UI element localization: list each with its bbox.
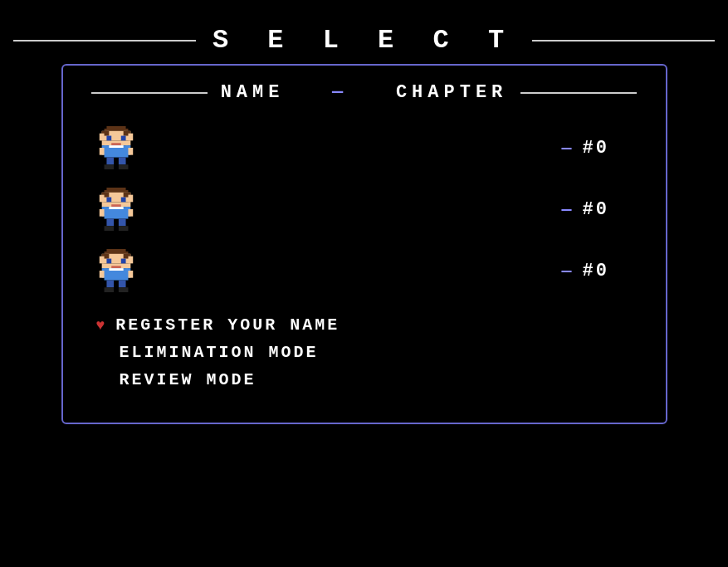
- panel-header-line-right: [520, 92, 637, 94]
- register-name-label: REGISTER YOUR NAME: [115, 315, 340, 335]
- svg-rect-9: [120, 136, 125, 141]
- svg-rect-6: [128, 134, 133, 141]
- svg-rect-22: [104, 190, 128, 193]
- svg-rect-14: [109, 145, 123, 148]
- svg-rect-27: [128, 195, 133, 203]
- svg-rect-31: [111, 204, 121, 207]
- character-sprite-1: [96, 126, 136, 169]
- svg-rect-26: [99, 195, 104, 203]
- title-line-right: [532, 40, 715, 42]
- svg-rect-60: [118, 281, 125, 288]
- svg-rect-37: [128, 209, 133, 217]
- svg-rect-17: [106, 158, 114, 165]
- slot-3-dash: —: [561, 262, 574, 281]
- slot-3-chapter: #0: [583, 261, 633, 281]
- svg-rect-57: [99, 271, 104, 278]
- svg-rect-41: [118, 226, 128, 231]
- svg-rect-30: [120, 198, 125, 203]
- chapter-label: CHAPTER: [396, 82, 507, 103]
- svg-rect-18: [118, 158, 125, 165]
- panel-name-label: NAME — CHAPTER: [208, 82, 521, 103]
- svg-rect-35: [109, 207, 123, 209]
- character-sprite-2: [96, 188, 136, 231]
- svg-rect-43: [104, 252, 128, 254]
- review-mode-label: REVIEW MODE: [120, 370, 257, 389]
- svg-rect-47: [99, 257, 104, 264]
- slot-2-chapter: #0: [583, 199, 633, 220]
- svg-rect-40: [104, 226, 114, 231]
- title-line-left: [13, 40, 196, 42]
- header-dash: —: [332, 82, 348, 103]
- svg-rect-61: [104, 287, 114, 292]
- slot-1-dash: —: [561, 139, 574, 158]
- main-panel: NAME — CHAPTER: [61, 64, 667, 424]
- title-bar: S E L E C T: [0, 25, 728, 56]
- panel-header: NAME — CHAPTER: [88, 82, 641, 103]
- svg-rect-29: [106, 198, 111, 203]
- menu-items: ♥ REGISTER YOUR NAME ELIMINATION MODE RE…: [88, 315, 641, 389]
- svg-rect-10: [111, 143, 121, 145]
- name-label: NAME: [221, 82, 285, 103]
- svg-rect-39: [118, 219, 125, 227]
- svg-rect-20: [118, 164, 128, 169]
- save-slot-2[interactable]: — #0: [88, 181, 641, 237]
- review-mode-item[interactable]: REVIEW MODE: [120, 370, 641, 389]
- save-slot-1[interactable]: — #0: [88, 120, 641, 176]
- slot-2-dash: —: [561, 200, 574, 219]
- save-slot-3[interactable]: — #0: [88, 242, 641, 299]
- svg-rect-5: [99, 134, 104, 141]
- svg-rect-15: [99, 148, 104, 155]
- panel-header-line-left: [91, 92, 208, 94]
- elimination-mode-label: ELIMINATION MODE: [120, 343, 319, 362]
- svg-rect-51: [120, 259, 125, 264]
- svg-rect-16: [128, 148, 133, 155]
- character-sprite-3: [96, 249, 136, 292]
- svg-rect-19: [104, 164, 114, 169]
- svg-rect-38: [106, 219, 114, 227]
- svg-rect-62: [118, 287, 128, 292]
- svg-rect-52: [111, 266, 121, 268]
- svg-rect-1: [104, 129, 128, 131]
- elimination-mode-item[interactable]: ELIMINATION MODE: [120, 343, 641, 362]
- svg-rect-48: [128, 257, 133, 264]
- svg-rect-58: [128, 271, 133, 278]
- svg-rect-56: [109, 268, 123, 271]
- svg-rect-59: [106, 281, 114, 288]
- svg-rect-50: [106, 259, 111, 264]
- svg-rect-8: [106, 136, 111, 141]
- register-name-item[interactable]: ♥ REGISTER YOUR NAME: [96, 315, 641, 335]
- svg-rect-36: [99, 209, 104, 217]
- slot-1-chapter: #0: [583, 138, 633, 159]
- page-title: S E L E C T: [196, 25, 532, 56]
- heart-icon: ♥: [96, 317, 108, 334]
